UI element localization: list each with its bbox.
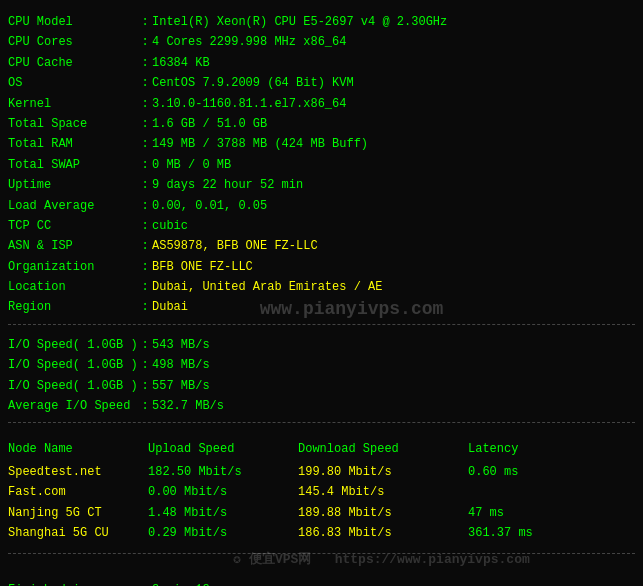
uptime-label: Uptime [8,175,138,195]
cpu-model-row: CPU Model : Intel(R) Xeon(R) CPU E5-2697… [8,12,635,32]
avg-io-speed-label: Average I/O Speed [8,396,138,416]
asn-isp-value: AS59878, BFB ONE FZ-LLC [152,236,635,256]
fast-download: 145.4 Mbit/s [298,482,468,502]
footer-section: Finished in : 2 min 12 sec Timestamp : 2… [8,574,635,586]
organization-value: BFB ONE FZ-LLC [152,257,635,277]
os-value: CentOS 7.9.2009 (64 Bit) KVM [152,73,635,93]
system-info-section: CPU Model : Intel(R) Xeon(R) CPU E5-2697… [8,6,635,325]
asn-isp-label: ASN & ISP [8,236,138,256]
io-speed-3-value: 557 MB/s [152,376,635,396]
nanjing-latency: 47 ms [468,503,635,523]
tcp-cc-label: TCP CC [8,216,138,236]
io-speed-2-row: I/O Speed( 1.0GB ) : 498 MB/s [8,355,635,375]
speedtest-node: Speedtest.net [8,462,148,482]
fast-upload: 0.00 Mbit/s [148,482,298,502]
avg-io-speed-value: 532.7 MB/s [152,396,635,416]
shanghai-upload: 0.29 Mbit/s [148,523,298,543]
tcp-cc-value: cubic [152,216,635,236]
network-speed-section: Node Name Upload Speed Download Speed La… [8,427,635,554]
header-latency: Latency [468,439,635,459]
kernel-row: Kernel : 3.10.0-1160.81.1.el7.x86_64 [8,94,635,114]
speed-table-header: Node Name Upload Speed Download Speed La… [8,437,635,461]
organization-label: Organization [8,257,138,277]
fast-latency [468,482,635,502]
total-swap-row: Total SWAP : 0 MB / 0 MB [8,155,635,175]
cpu-cores-value: 4 Cores 2299.998 MHz x86_64 [152,32,635,52]
shanghai-download: 186.83 Mbit/s [298,523,468,543]
io-speed-2-label: I/O Speed( 1.0GB ) [8,355,138,375]
finished-in-label: Finished in [8,580,138,586]
io-speed-1-label: I/O Speed( 1.0GB ) [8,335,138,355]
region-label: Region [8,297,138,317]
load-average-row: Load Average : 0.00, 0.01, 0.05 [8,196,635,216]
nanjing-node: Nanjing 5G CT [8,503,148,523]
total-swap-value: 0 MB / 0 MB [152,155,635,175]
io-speed-1-value: 543 MB/s [152,335,635,355]
total-ram-label: Total RAM [8,134,138,154]
uptime-row: Uptime : 9 days 22 hour 52 min [8,175,635,195]
header-upload: Upload Speed [148,439,298,459]
speedtest-latency: 0.60 ms [468,462,635,482]
finished-in-row: Finished in : 2 min 12 sec [8,580,635,586]
location-row: Location : Dubai, United Arab Emirates /… [8,277,635,297]
location-label: Location [8,277,138,297]
io-speed-section: I/O Speed( 1.0GB ) : 543 MB/s I/O Speed(… [8,329,635,424]
location-value: Dubai, United Arab Emirates / AE [152,277,635,297]
tcp-cc-row: TCP CC : cubic [8,216,635,236]
load-average-label: Load Average [8,196,138,216]
header-node: Node Name [8,439,148,459]
speedtest-upload: 182.50 Mbit/s [148,462,298,482]
organization-row: Organization : BFB ONE FZ-LLC [8,257,635,277]
os-label: OS [8,73,138,93]
region-row: Region : Dubai [8,297,635,317]
cpu-cores-row: CPU Cores : 4 Cores 2299.998 MHz x86_64 [8,32,635,52]
io-speed-3-row: I/O Speed( 1.0GB ) : 557 MB/s [8,376,635,396]
asn-isp-row: ASN & ISP : AS59878, BFB ONE FZ-LLC [8,236,635,256]
shanghai-latency: 361.37 ms [468,523,635,543]
main-container: CPU Model : Intel(R) Xeon(R) CPU E5-2697… [8,6,635,586]
speed-row-shanghai: Shanghai 5G CU 0.29 Mbit/s 186.83 Mbit/s… [8,523,635,543]
speed-table: Node Name Upload Speed Download Speed La… [8,433,635,547]
io-speed-1-row: I/O Speed( 1.0GB ) : 543 MB/s [8,335,635,355]
os-row: OS : CentOS 7.9.2009 (64 Bit) KVM [8,73,635,93]
total-space-value: 1.6 GB / 51.0 GB [152,114,635,134]
cpu-cache-row: CPU Cache : 16384 KB [8,53,635,73]
kernel-value: 3.10.0-1160.81.1.el7.x86_64 [152,94,635,114]
avg-io-speed-row: Average I/O Speed : 532.7 MB/s [8,396,635,416]
speedtest-download: 199.80 Mbit/s [298,462,468,482]
cpu-cache-label: CPU Cache [8,53,138,73]
fast-node: Fast.com [8,482,148,502]
speed-row-nanjing: Nanjing 5G CT 1.48 Mbit/s 189.88 Mbit/s … [8,503,635,523]
nanjing-upload: 1.48 Mbit/s [148,503,298,523]
load-average-value: 0.00, 0.01, 0.05 [152,196,635,216]
header-download: Download Speed [298,439,468,459]
region-value: Dubai [152,297,635,317]
finished-in-value: 2 min 12 sec [152,580,635,586]
io-speed-3-label: I/O Speed( 1.0GB ) [8,376,138,396]
total-ram-row: Total RAM : 149 MB / 3788 MB (424 MB Buf… [8,134,635,154]
total-space-label: Total Space [8,114,138,134]
total-swap-label: Total SWAP [8,155,138,175]
total-space-row: Total Space : 1.6 GB / 51.0 GB [8,114,635,134]
uptime-value: 9 days 22 hour 52 min [152,175,635,195]
io-speed-2-value: 498 MB/s [152,355,635,375]
kernel-label: Kernel [8,94,138,114]
cpu-model-label: CPU Model [8,12,138,32]
total-ram-value: 149 MB / 3788 MB (424 MB Buff) [152,134,635,154]
cpu-model-value: Intel(R) Xeon(R) CPU E5-2697 v4 @ 2.30GH… [152,12,635,32]
cpu-cache-value: 16384 KB [152,53,635,73]
shanghai-node: Shanghai 5G CU [8,523,148,543]
speed-row-fast: Fast.com 0.00 Mbit/s 145.4 Mbit/s [8,482,635,502]
cpu-cores-label: CPU Cores [8,32,138,52]
nanjing-download: 189.88 Mbit/s [298,503,468,523]
speed-row-speedtest: Speedtest.net 182.50 Mbit/s 199.80 Mbit/… [8,462,635,482]
